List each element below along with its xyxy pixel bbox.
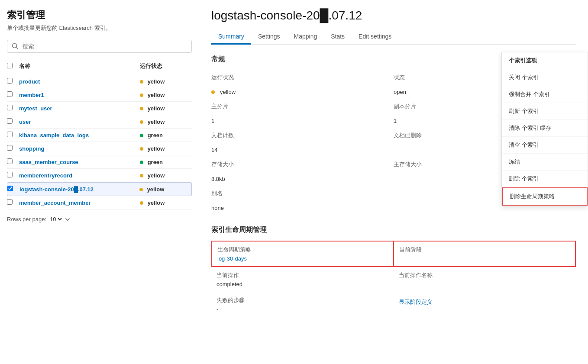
table-row[interactable]: logstash-console-20█.07.12 yellow [7, 182, 192, 196]
index-link-7[interactable]: memberentryrecord [19, 172, 72, 179]
info-cell-doccount-value: 14 [211, 143, 394, 157]
page-title-left: 索引管理 [7, 9, 192, 22]
tab-mapping[interactable]: Mapping [287, 29, 324, 45]
status-dot-4 [140, 134, 143, 137]
header-name: 名称 [19, 62, 140, 70]
svg-line-1 [16, 48, 18, 49]
table-row[interactable]: product yellow [7, 75, 192, 88]
row-checkbox-1[interactable] [7, 91, 13, 97]
rows-per-page-label: Rows per page: [7, 216, 46, 222]
row-checkbox-6[interactable] [7, 158, 13, 164]
dropdown-header: 个索引选项 [502, 52, 588, 69]
index-link-9[interactable]: member_account_member [19, 200, 90, 206]
dropdown-item-4[interactable]: 清空 个索引 [502, 137, 588, 154]
row-checkbox-3[interactable] [7, 118, 13, 124]
tab-summary[interactable]: Summary [211, 29, 251, 45]
index-link-3[interactable]: user [19, 119, 31, 125]
lifecycle-policy-cell: 生命周期策略 log-30-days [211, 241, 394, 267]
status-text-4: green [148, 132, 163, 139]
tab-stats[interactable]: Stats [324, 29, 352, 45]
row-checkbox-9[interactable] [7, 199, 13, 205]
info-cell-storage-value: 8.8kb [211, 172, 394, 186]
dropdown-item-3[interactable]: 清除 个索引 缓存 [502, 120, 588, 137]
primary-label: 主分片 [211, 103, 394, 110]
storage-label: 存储大小 [211, 161, 394, 168]
index-link-2[interactable]: mytest_user [19, 105, 52, 112]
tab-settings[interactable]: Settings [251, 29, 287, 45]
status-text-9: yellow [148, 200, 165, 206]
row-checkbox-2[interactable] [7, 105, 13, 110]
index-list: product yellow member1 yellow mytest_use… [7, 75, 192, 209]
status-text-0: yellow [148, 78, 165, 85]
tab-bar: SummarySettingsMappingStatsEdit settings [211, 29, 576, 45]
right-layout: 常规 运行状况 状态 yellow open [211, 55, 576, 317]
table-row[interactable]: member_account_member yellow [7, 196, 192, 209]
rows-per-page-select[interactable]: 10 25 50 [48, 216, 63, 223]
info-cell-alias-value: none [211, 201, 394, 215]
search-input[interactable] [22, 43, 187, 50]
current-phase-label: 当前阶段 [399, 246, 570, 254]
status-dot-7 [140, 174, 143, 177]
table-row[interactable]: member1 yellow [7, 88, 192, 102]
status-dot-2 [140, 107, 143, 110]
header-check [7, 63, 19, 70]
status-dot-8 [139, 188, 143, 191]
table-row[interactable]: user yellow [7, 115, 192, 129]
row-checkbox-0[interactable] [7, 78, 13, 84]
status-dot-1 [140, 93, 143, 97]
current-phase-cell: 当前阶段 [394, 241, 576, 267]
dropdown-item-7[interactable]: 删除生命周期策略 [502, 187, 588, 206]
table-row[interactable]: shopping yellow [7, 142, 192, 155]
doccount-label: 文档计数 [211, 132, 394, 139]
page-subtitle: 单个或批量更新您的 Elasticsearch 索引。 [7, 24, 192, 32]
tab-edit-settings[interactable]: Edit settings [352, 29, 398, 45]
health-text: yellow [220, 89, 236, 95]
row-checkbox-8[interactable] [7, 186, 13, 191]
failed-step-cell: 失败的步骤 - [211, 292, 394, 317]
index-link-1[interactable]: member1 [19, 92, 44, 98]
lifecycle-policy-value: log-30-days [217, 255, 388, 262]
search-box [7, 40, 192, 53]
table-row[interactable]: memberentryrecord yellow [7, 169, 192, 182]
dropdown-item-2[interactable]: 刷新 个索引 [502, 103, 588, 120]
row-checkbox-7[interactable] [7, 172, 13, 177]
table-row[interactable]: mytest_user yellow [7, 102, 192, 115]
dropdown-items: 关闭 个索引强制合并 个索引刷新 个索引清除 个索引 缓存清空 个索引冻结删除 … [502, 69, 588, 206]
dropdown-item-6[interactable]: 删除 个索引 [502, 171, 588, 187]
lifecycle-policy-label: 生命周期策略 [217, 246, 388, 254]
index-link-4[interactable]: kibana_sample_data_logs [19, 132, 89, 139]
right-panel: logstash-console-20█.07.12 SummarySettin… [199, 0, 588, 364]
table-row[interactable]: saas_member_course green [7, 155, 192, 169]
info-cell-health-value: yellow [211, 85, 394, 99]
health-value: yellow [211, 89, 394, 95]
dropdown-item-1[interactable]: 强制合并 个索引 [502, 86, 588, 103]
row-checkbox-5[interactable] [7, 145, 13, 151]
lifecycle-policy-link[interactable]: log-30-days [217, 255, 247, 262]
index-link-5[interactable]: shopping [19, 145, 45, 152]
current-action-cell: 当前操作 completed [211, 267, 394, 292]
table-row[interactable]: kibana_sample_data_logs green [7, 129, 192, 142]
status-text-8: yellow [147, 186, 165, 193]
select-all-checkbox[interactable] [7, 63, 13, 68]
current-action-name-cell: 当前操作名称 [394, 267, 576, 292]
show-phase-def-value: 显示阶段定义 [399, 298, 571, 306]
header-status: 运行状态 [140, 62, 192, 70]
chevron-down-icon [65, 217, 70, 222]
current-action-label: 当前操作 [216, 271, 388, 279]
index-link-6[interactable]: saas_member_course [19, 159, 78, 165]
search-icon [12, 43, 19, 50]
dropdown-item-0[interactable]: 关闭 个索引 [502, 69, 588, 86]
show-phase-def-link[interactable]: 显示阶段定义 [399, 298, 433, 306]
info-cell-alias-label: 别名 [211, 186, 394, 201]
status-text-2: yellow [148, 105, 165, 112]
current-action-value: completed [216, 281, 388, 287]
rows-per-page: Rows per page: 10 25 50 [7, 216, 192, 223]
info-cell-primary-label: 主分片 [211, 99, 394, 114]
index-link-0[interactable]: product [19, 78, 40, 85]
dropdown-item-5[interactable]: 冻结 [502, 154, 588, 171]
left-panel: 索引管理 单个或批量更新您的 Elasticsearch 索引。 名称 运行状态… [0, 0, 199, 364]
index-link-8[interactable]: logstash-console-20█.07.12 [19, 186, 94, 193]
current-action-name-label: 当前操作名称 [399, 271, 571, 279]
doccount-value: 14 [211, 147, 394, 153]
row-checkbox-4[interactable] [7, 132, 13, 137]
